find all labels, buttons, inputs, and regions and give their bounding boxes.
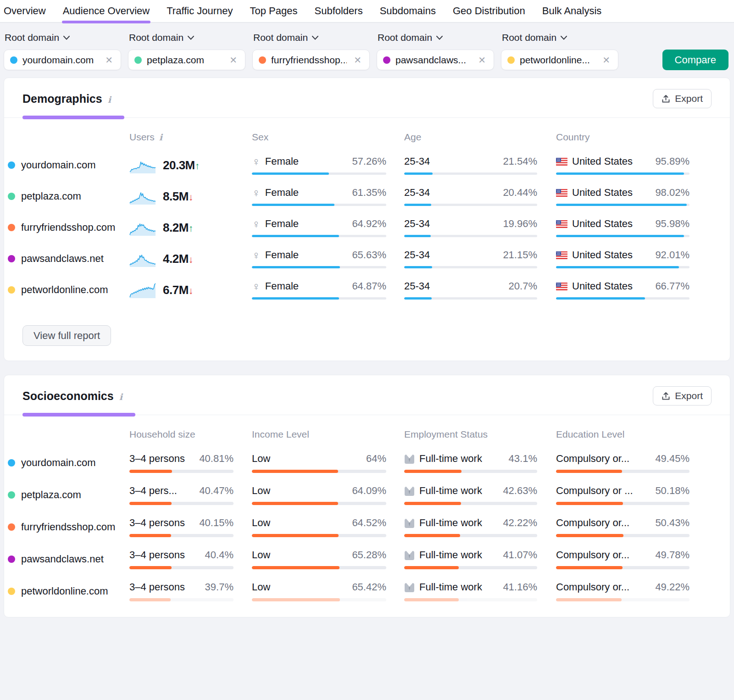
income-label: Low (252, 581, 270, 593)
domain-color-dot (8, 556, 15, 563)
us-flag-icon (556, 283, 567, 290)
root-domain-dropdown-1[interactable]: Root domain (5, 32, 121, 43)
sex-progress-bar (252, 266, 386, 268)
row-domain: pawsandclaws.net (8, 553, 129, 565)
socioeconomics-table-row: yourdomain.com 3–4 persons 40.81% Low 64… (8, 453, 712, 473)
export-button[interactable]: Export (653, 386, 712, 406)
household-label: 3–4 persons (129, 581, 185, 593)
age-progress-bar (404, 204, 537, 206)
domain-chip-4[interactable]: pawsandclaws... ✕ (377, 50, 494, 70)
info-icon[interactable]: i (108, 94, 111, 105)
employment-suit-icon (404, 582, 415, 593)
sex-progress-bar (252, 172, 386, 175)
domain-name: yourdomain.com (21, 159, 96, 171)
users-value: 6.7M↓ (163, 283, 193, 297)
users-trend-sparkline (129, 218, 156, 237)
domain-color-dot (10, 56, 17, 64)
domain-chip-1[interactable]: yourdomain.com ✕ (4, 50, 121, 70)
domain-color-dot (259, 56, 266, 64)
education-value: 49.78% (655, 549, 690, 561)
age-label: 25-34 (404, 280, 430, 292)
demographics-table-row: petworldonline.com 6.7M↓ ♀ Female 64.87%… (8, 280, 712, 300)
view-full-report-button[interactable]: View full report (22, 325, 111, 346)
country-cell: United States 95.89% (556, 156, 690, 175)
remove-domain-icon[interactable]: ✕ (476, 54, 488, 67)
country-progress-bar (556, 172, 690, 175)
sex-label: Female (265, 218, 299, 230)
education-level-cell: Compulsory or... 49.22% (556, 581, 690, 601)
domain-name: yourdomain.com (21, 457, 96, 469)
remove-domain-icon[interactable]: ✕ (228, 54, 239, 67)
users-cell: 8.5M↓ (129, 187, 252, 206)
age-label: 25-34 (404, 187, 430, 199)
title-accent-bar (22, 116, 124, 119)
sex-value: 61.35% (352, 187, 386, 199)
remove-domain-icon[interactable]: ✕ (103, 54, 115, 67)
domain-chip-3[interactable]: furryfriendsshop... ✕ (252, 50, 370, 70)
root-domain-dropdown-3[interactable]: Root domain (253, 32, 370, 43)
info-icon[interactable]: i (119, 392, 122, 402)
education-progress-bar (556, 502, 690, 505)
users-cell: 20.3M↑ (129, 156, 252, 174)
tab-top-pages[interactable]: Top Pages (250, 0, 298, 22)
domain-chip-5[interactable]: petworldonline... ✕ (501, 50, 618, 70)
tab-traffic-journey[interactable]: Traffic Journey (167, 0, 233, 22)
country-progress-bar (556, 266, 690, 268)
tab-audience-overview[interactable]: Audience Overview (63, 0, 150, 22)
chevron-down-icon (561, 36, 567, 40)
root-domain-dropdown-4[interactable]: Root domain (378, 32, 494, 43)
age-value: 19.96% (503, 218, 537, 230)
tab-subfolders[interactable]: Subfolders (314, 0, 362, 22)
tab-overview[interactable]: Overview (4, 0, 46, 22)
export-button[interactable]: Export (653, 89, 712, 108)
education-label: Compulsory or... (556, 453, 629, 465)
demographics-card: Demographics i Export Users i Sex Age Co… (4, 78, 730, 361)
age-progress-bar (404, 235, 537, 237)
info-icon[interactable]: i (159, 132, 162, 142)
socioeconomics-table-row: furryfriendsshop.com 3–4 persons 40.15% … (8, 517, 712, 537)
age-progress-bar (404, 172, 537, 175)
country-value: 92.01% (655, 249, 690, 261)
column-header-age: Age (404, 118, 556, 149)
row-domain: petplaza.com (8, 489, 129, 501)
domain-name: petplaza.com (21, 190, 81, 202)
remove-domain-icon[interactable]: ✕ (601, 54, 612, 67)
tab-bulk-analysis[interactable]: Bulk Analysis (542, 0, 602, 22)
domain-chip-2[interactable]: petplaza.com ✕ (128, 50, 245, 70)
household-size-cell: 3–4 persons 40.81% (129, 453, 252, 473)
remove-domain-icon[interactable]: ✕ (352, 54, 363, 67)
employment-progress-bar (404, 566, 537, 569)
chevron-down-icon (436, 36, 443, 40)
us-flag-icon (556, 220, 567, 228)
income-level-cell: Low 64% (252, 453, 404, 473)
household-value: 40.15% (199, 517, 234, 529)
filter-group-4: Root domain pawsandclaws... ✕ (377, 29, 494, 70)
root-domain-dropdown-5[interactable]: Root domain (502, 32, 618, 43)
users-cell: 6.7M↓ (129, 281, 252, 299)
household-label: 3–4 persons (129, 517, 185, 529)
demographics-table: Users i Sex Age Country yourdomain.com 2… (4, 118, 730, 315)
root-domain-dropdown-2[interactable]: Root domain (129, 32, 245, 43)
country-cell: United States 66.77% (556, 280, 690, 300)
domain-chip-label: yourdomain.com (22, 55, 98, 66)
education-label: Compulsory or ... (556, 485, 633, 497)
employment-progress-bar (404, 534, 537, 537)
tab-geo-distribution[interactable]: Geo Distribution (453, 0, 525, 22)
domain-chip-label: furryfriendsshop... (271, 55, 347, 66)
income-progress-bar (252, 534, 386, 537)
employment-value: 42.22% (503, 517, 537, 529)
income-progress-bar (252, 598, 386, 601)
income-value: 64.52% (352, 517, 386, 529)
education-value: 49.22% (655, 581, 690, 593)
trend-arrow-icon: ↓ (189, 192, 193, 202)
tab-subdomains[interactable]: Subdomains (380, 0, 436, 22)
compare-button[interactable]: Compare (662, 50, 728, 70)
employment-status-cell: Full-time work 42.22% (404, 517, 556, 537)
income-progress-bar (252, 470, 386, 473)
employment-suit-icon (404, 518, 415, 528)
country-cell: United States 92.01% (556, 249, 690, 268)
education-value: 50.18% (655, 485, 690, 497)
household-value: 40.47% (199, 485, 234, 497)
trend-arrow-icon: ↑ (195, 161, 200, 171)
country-value: 95.89% (655, 156, 690, 167)
